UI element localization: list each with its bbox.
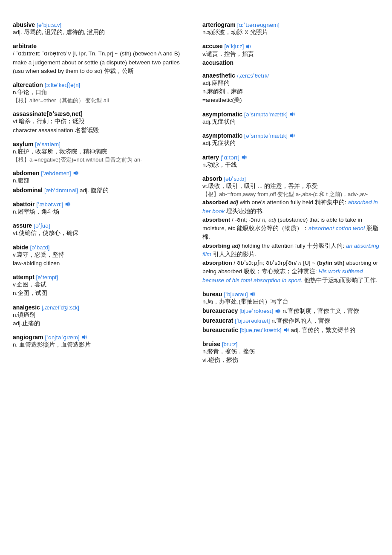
definition: n.动脉波，动脉 X 光照片 — [202, 28, 379, 37]
sound-icon[interactable] — [289, 111, 295, 117]
absorbing-hw: absorbing — [202, 243, 230, 249]
definition: n.局，办事处,(带抽屉的）写字台 — [202, 298, 379, 306]
phonetic: [ˈæbdəmen] — [41, 170, 71, 176]
definition: adj. 辱骂的, 诅咒的, 虐待的, 滥用的 — [13, 28, 190, 37]
sound-icon[interactable] — [275, 308, 281, 314]
headword-line: accuse [əˈkju:z] — [202, 43, 379, 49]
sound-icon[interactable] — [81, 334, 87, 340]
headword: asymptomatic — [202, 132, 242, 139]
phonetic: [əˈsɪmptəˈmætɪk] — [244, 133, 288, 139]
entry-abattoir: abattoir [ˈæbətwɑː] n.屠宰场，角斗场 — [13, 201, 190, 217]
headword-line: altercation [ɔːltəˈkeɪʃ(ə)n] — [13, 81, 190, 88]
entry-accuse: accuse [əˈkju:z] v.谴责，控告，指责accusation — [202, 43, 379, 66]
absorbent-example: absorbent cotton wool — [308, 225, 365, 231]
svg-marker-4 — [290, 112, 293, 117]
sub-headword: bureaucratic — [202, 327, 238, 333]
phonetic: /ˌænɪsˈθetɪk/ — [237, 72, 269, 79]
phonetic: [ˈɑːtərɪ] — [221, 154, 239, 161]
headword: asylum — [13, 141, 33, 147]
absorption-pos: n — [298, 260, 302, 266]
svg-marker-9 — [284, 328, 287, 332]
headword: abide — [13, 244, 29, 251]
sound-icon[interactable] — [289, 133, 295, 139]
definition: vi.碰伤，擦伤 — [202, 356, 379, 364]
headword-line: abattoir [ˈæbətwɑː] — [13, 201, 190, 208]
sub-entry: bureaucrat [ˈbjuərəukræt] n.官僚作风的人，官僚 — [202, 317, 379, 325]
entry-absorb: absorb [əbˈsɔːb]vt.吸收，吸引，吸引 ... 的注意，吞并，承… — [202, 175, 379, 285]
sub-headword: abdominal — [13, 187, 43, 194]
definition: / ˈɑ:bɪtreɪt; ˈɑrbə̩tret/ v [I, Ipr, Tn,… — [13, 49, 190, 75]
absorbed-entry: absorbed adj with one's attention fully … — [202, 198, 379, 216]
entry-attempt: attempt [əˈtempt]v.企图，尝试n.企图，试图 — [13, 274, 190, 298]
headword-line: arteriogram [ɑːˈtɪərɪəuɡræm] — [202, 21, 379, 28]
sound-icon[interactable] — [65, 201, 71, 207]
sound-icon[interactable] — [245, 43, 251, 49]
headword-line: assure [əˈʃuə] — [13, 222, 190, 229]
phonetic: [əˈtempt] — [36, 274, 58, 280]
headword: asymptomatic — [202, 111, 242, 118]
headword-line: attempt [əˈtempt] — [13, 274, 190, 280]
sound-icon[interactable] — [283, 327, 289, 333]
phonetic: [ɑːˈtɪərɪəuɡræm] — [237, 22, 280, 28]
headword-line: anaesthetic /ˌænɪsˈθetɪk/ — [202, 72, 379, 79]
sub-def: adj. 腹部的 — [80, 187, 109, 194]
headword: arteriogram — [202, 21, 236, 28]
absorbed-example: absorbed in her book — [202, 199, 378, 214]
entry-assure: assure [əˈʃuə]vt.使确信，使放心，确保 — [13, 222, 190, 237]
definition: n. 血管造影照片，血管造影片 — [13, 341, 190, 349]
entry-bruise: bruise [bruːz]n.瘀青，擦伤，挫伤vi.碰伤，擦伤 — [202, 341, 379, 365]
sub-entry: bureaucracy [bjuəˈrɒkrəsɪ] n.官僚制度，官僚主义，官… — [202, 307, 379, 315]
headword-line: asylum [əˈsaɪləm] — [13, 141, 190, 147]
definition: n.动脉，干线 — [202, 161, 379, 169]
definition: n.镇痛剂 — [13, 311, 190, 319]
headword: angiogram — [13, 334, 43, 341]
entry-altercation: altercation [ɔːltəˈkeɪʃ(ə)n]n.争论，口角【根】al… — [13, 81, 190, 104]
entry-analgesic: analgesic [ˌænælˈdʒi:sɪk]n.镇痛剂adj.止痛的 — [13, 304, 190, 328]
entry-abdomen: abdomen [ˈæbdəmen] n.腹部abdominal [æbˈdɒm… — [13, 170, 190, 195]
sound-icon[interactable] — [73, 170, 79, 176]
absorbent-pos: n, adj — [262, 217, 276, 223]
absorbed-hw: absorbed — [202, 199, 228, 205]
headword: assassinate[əˈsæsəˌnet] — [13, 110, 83, 117]
note: 【根】a-=negative(否定)=not,without 目音之前为 an- — [13, 156, 190, 164]
sound-icon[interactable] — [241, 154, 247, 160]
entry-arbitrate: arbitrate/ ˈɑ:bɪtreɪt; ˈɑrbə̩tret/ v [I,… — [13, 43, 190, 75]
headword-line: analgesic [ˌænælˈdʒi:sɪk] — [13, 304, 190, 311]
definition: vt.暗杀，行刺；中伤；诋毁 — [13, 117, 190, 126]
sub-phonetic: [æbˈdɒmɪnəl] — [44, 187, 78, 194]
phonetic: [əˈsɪmptəˈmætɪk] — [244, 111, 288, 118]
sub-def: adj. 官僚的，繁文缛节的 — [291, 327, 355, 333]
sub-def: n.官僚制度，官僚主义，官僚 — [282, 308, 359, 314]
note: 【根】alter=other（其他的） 变化型 ali — [13, 97, 190, 104]
phonetic: [ɔːltəˈkeɪʃ(ə)n] — [45, 82, 80, 88]
headword: arbitrate — [13, 43, 37, 49]
sub-entry: abdominal [æbˈdɒmɪnəl] adj. 腹部的 — [13, 186, 190, 195]
entry-asymptomatic2: asymptomatic [əˈsɪmptəˈmætɪk] adj.无症状的 — [202, 132, 379, 148]
definition: n.庇护，收容所，救济院，精神病院 — [13, 147, 190, 156]
absorption-hw: absorption — [202, 260, 232, 266]
sound-icon[interactable] — [250, 291, 256, 297]
svg-marker-6 — [242, 155, 245, 160]
headword: accuse — [202, 43, 222, 49]
absorbing-entry: absorbing adj holding the attention full… — [202, 242, 379, 259]
sub-headword: bureaucracy — [202, 307, 238, 314]
definition: n.腹部 — [13, 176, 190, 185]
sub-phonetic: [bjuəˌrəuˈkrætɪk] — [240, 327, 282, 333]
definition: n.屠宰场，角斗场 — [13, 208, 190, 216]
sub-entry: bureaucratic [bjuəˌrəuˈkrætɪk] adj. 官僚的，… — [202, 326, 379, 335]
definition: adj.无症状的 — [202, 118, 379, 126]
entry-arteriogram: arteriogram [ɑːˈtɪərɪəuɡræm]n.动脉波，动脉 X 光… — [202, 21, 379, 37]
svg-marker-0 — [73, 171, 76, 176]
definition: =anesthetic(美) — [202, 96, 379, 104]
definition: v.企图，尝试 — [13, 280, 190, 289]
phonetic: [əˈsaɪləm] — [35, 141, 61, 147]
right-column: arteriogram [ɑːˈtɪərɪəuɡræm]n.动脉波，动脉 X 光… — [202, 21, 379, 371]
phonetic: [əˈbaɪd] — [30, 244, 49, 251]
phonetic: [ˌænælˈdʒi:sɪk] — [42, 304, 79, 311]
phonetic: [ˈɑnjɪəˈɡræm] — [45, 334, 79, 341]
svg-marker-3 — [246, 44, 249, 49]
headword-line: bureau [ˈbjuərəu] — [202, 291, 379, 298]
definition: adj.无症状的 — [202, 139, 379, 147]
headword-line: asymptomatic [əˈsɪmptəˈmætɪk] — [202, 111, 379, 118]
entry-bureau: bureau [ˈbjuərəu] n.局，办事处,(带抽屉的）写字台burea… — [202, 291, 379, 335]
